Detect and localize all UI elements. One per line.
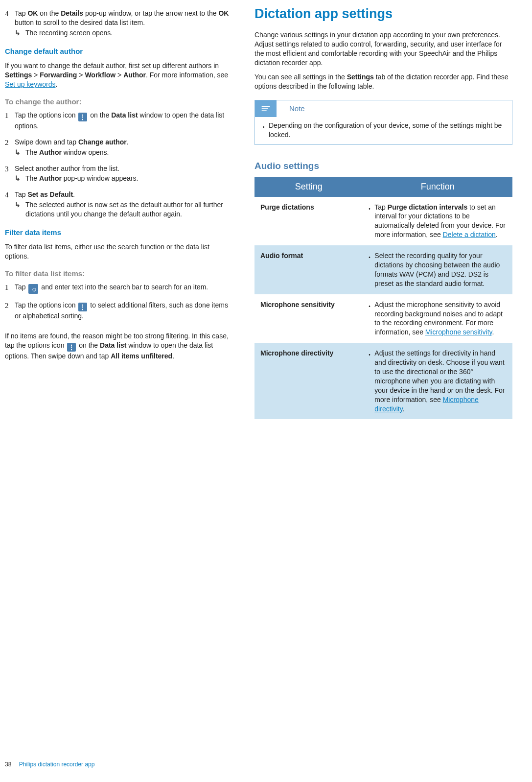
bullet-icon — [369, 203, 374, 240]
page: 4 Tap OK on the Details pop-up window, o… — [0, 0, 532, 782]
setting-function: Tap Purge dictation intervals to set an … — [363, 197, 512, 246]
table-row: Microphone sensitivity Adjust the microp… — [254, 294, 512, 343]
page-number: 38 — [5, 761, 11, 768]
text: on the — [88, 111, 111, 119]
paragraph: You can see all settings in the Settings… — [254, 72, 512, 91]
link-delete-dictation[interactable]: Delete a dictation — [443, 231, 496, 238]
table-row: Purge dictations Tap Purge dictation int… — [254, 197, 512, 246]
step-result: The Author pop-up window appears. — [15, 174, 235, 183]
step-number: 2 — [5, 138, 15, 147]
page-footer: 38 Philips dictation recorder app — [5, 760, 94, 768]
right-column: Dictation app settings Change various se… — [254, 5, 512, 762]
result-text: The Author pop-up window appears. — [25, 174, 235, 183]
paragraph: To filter data list items, either use th… — [5, 242, 235, 261]
step-result: The selected author is now set as the de… — [15, 200, 235, 219]
col-header-setting: Setting — [254, 177, 363, 196]
heading-change-author: Change default author — [5, 47, 235, 56]
text: > — [32, 71, 40, 79]
text: . — [172, 352, 174, 360]
bold: All items unfiltered — [111, 352, 172, 360]
bold: Data list — [100, 341, 126, 349]
step-number: 4 — [5, 9, 15, 19]
text: Tap the options icon — [15, 111, 77, 119]
bold: OK — [27, 9, 38, 17]
bold: Set as Default — [27, 190, 73, 198]
step-result: The Author window opens. — [15, 148, 235, 157]
more-options-icon — [78, 303, 87, 311]
text: Swipe down and tap — [15, 138, 78, 146]
more-options-icon — [67, 343, 76, 352]
text: Tap the options icon — [15, 301, 77, 309]
heading-filter-data: Filter data items — [5, 228, 235, 237]
step-4: 4 Tap OK on the Details pop-up window, o… — [5, 9, 235, 38]
text: Tap — [15, 283, 27, 291]
setting-function: Select the recording quality for your di… — [363, 245, 512, 294]
setting-name: Purge dictations — [254, 197, 363, 246]
step: 2 Swipe down and tap Change author. The … — [5, 138, 235, 157]
bold: Change author — [78, 138, 127, 146]
text: . — [73, 190, 75, 198]
text: > — [116, 71, 123, 79]
note-head: Note — [255, 100, 512, 117]
text: and enter text into the search bar to se… — [39, 283, 208, 291]
text: Tap — [15, 9, 27, 17]
text: If you want to change the default author… — [5, 62, 219, 70]
heading-audio-settings: Audio settings — [254, 160, 512, 172]
heading-dictation-settings: Dictation app settings — [254, 5, 512, 23]
step-number: 4 — [5, 190, 15, 200]
chapter-name: Philips dictation recorder app — [19, 761, 95, 768]
note-icon — [255, 100, 277, 117]
bold: OK — [218, 9, 229, 17]
step-number: 1 — [5, 111, 15, 120]
text: on the — [38, 9, 61, 17]
bullet-icon — [369, 349, 374, 413]
note-box: Note Depending on the configuration of y… — [254, 100, 512, 145]
text: on the — [77, 341, 100, 349]
text: Select another author from the list. — [15, 165, 119, 172]
bullet-icon — [263, 121, 269, 140]
note-text: Depending on the configuration of your d… — [269, 121, 507, 140]
col-header-function: Function — [363, 177, 512, 196]
table-row: Audio format Select the recording qualit… — [254, 245, 512, 294]
paragraph: Change various settings in your dictatio… — [254, 30, 512, 68]
lead-filter: To filter data list items: — [5, 269, 235, 279]
setting-name: Microphone directivity — [254, 343, 363, 419]
paragraph: If no items are found, the reason might … — [5, 332, 235, 361]
filter-steps: 1 Tap and enter text into the search bar… — [5, 283, 235, 321]
step: 4 Tap Set as Default. The selected autho… — [5, 190, 235, 219]
setting-function: Adjust the settings for directivity in h… — [363, 343, 512, 419]
text: You can see all settings in the — [254, 73, 347, 81]
text: . For more information, see — [146, 71, 228, 79]
link-set-up-keywords[interactable]: Set up keywords — [5, 80, 56, 88]
result-arrow-icon — [15, 148, 25, 157]
setting-function: Adjust the microphone sensitivity to avo… — [363, 294, 512, 343]
step-number: 2 — [5, 301, 15, 310]
step-list-continued: 4 Tap OK on the Details pop-up window, o… — [5, 9, 235, 38]
step: 1 Tap and enter text into the search bar… — [5, 283, 235, 294]
more-options-icon — [78, 113, 87, 121]
table-row: Microphone directivity Adjust the settin… — [254, 343, 512, 419]
step: 2 Tap the options icon to select additio… — [5, 301, 235, 321]
bullet-icon — [369, 251, 374, 288]
setting-name: Microphone sensitivity — [254, 294, 363, 343]
bold: Settings — [347, 73, 374, 81]
result-text: The selected author is now set as the de… — [25, 200, 235, 219]
bold: Forwarding — [40, 71, 77, 79]
text: > — [77, 71, 85, 79]
text: pop-up window, or tap the arrow next to … — [83, 9, 218, 17]
step-result: The recording screen opens. — [15, 28, 235, 38]
result-arrow-icon — [15, 28, 25, 38]
bullet-icon — [369, 300, 374, 337]
bold: Author — [123, 71, 146, 79]
result-arrow-icon — [15, 174, 25, 183]
step-number: 1 — [5, 283, 15, 292]
result-text: The Author window opens. — [25, 148, 235, 157]
text: . — [127, 138, 129, 146]
author-steps: 1 Tap the options icon on the Data list … — [5, 111, 235, 219]
note-body: Depending on the configuration of your d… — [255, 117, 512, 144]
link-mic-sensitivity[interactable]: Microphone sensitivity — [425, 328, 492, 336]
lead-change-author: To change the author: — [5, 97, 235, 107]
left-column: 4 Tap OK on the Details pop-up window, o… — [5, 5, 235, 762]
text: Tap — [15, 190, 27, 198]
result-arrow-icon — [15, 200, 25, 210]
